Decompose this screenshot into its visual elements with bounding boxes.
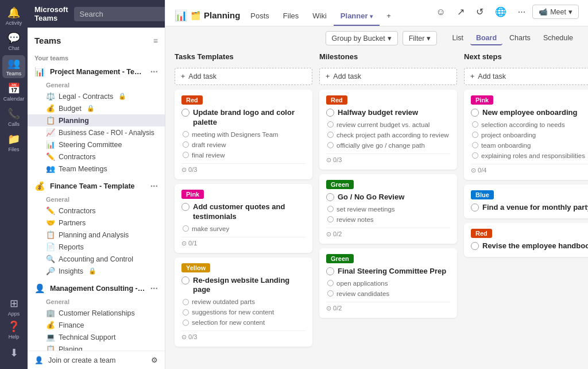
card-checkbox-7[interactable] bbox=[471, 109, 479, 117]
rail-files[interactable]: 📁 Files bbox=[2, 131, 25, 154]
card-tag-red-2: Red bbox=[326, 95, 347, 105]
sidebar-channel-budget[interactable]: 💰 Budget 🔒 bbox=[28, 102, 165, 114]
rail-chat[interactable]: 💬 Chat bbox=[2, 30, 25, 53]
card-checkbox-2[interactable] bbox=[181, 203, 189, 211]
rail-download[interactable]: ⬇ bbox=[2, 341, 25, 364]
apps-label: Apps bbox=[8, 311, 20, 317]
add-task-label-2: Add task bbox=[333, 72, 361, 80]
card-checkbox-3[interactable] bbox=[181, 276, 189, 285]
sidebar-channel-legal[interactable]: ⚖️ Legal - Contracts 🔒 bbox=[28, 90, 165, 102]
refresh-btn[interactable]: ↺ bbox=[471, 4, 488, 20]
card-checkbox-1[interactable] bbox=[181, 109, 189, 117]
search-input[interactable] bbox=[74, 7, 166, 21]
sidebar-filter-icon[interactable]: ≡ bbox=[153, 36, 158, 45]
reports-icon: 📄 bbox=[46, 243, 55, 251]
sidebar-channel-insights[interactable]: 🔎 Insights 🔒 bbox=[28, 265, 165, 277]
subtask-circle-6b bbox=[327, 290, 334, 297]
rail-help[interactable]: ❓ Help bbox=[2, 318, 25, 341]
add-task-next-steps[interactable]: + Add task bbox=[464, 68, 588, 85]
budget-label: Budget bbox=[59, 105, 82, 113]
sidebar-channel-general-finance: General bbox=[28, 194, 165, 205]
card-tag-red-3: Red bbox=[471, 229, 492, 238]
card-progress-6: ⊙ 0/2 bbox=[326, 302, 450, 312]
help-icon: ❓ bbox=[7, 320, 20, 333]
join-create-team[interactable]: 👤 Join or create a team ⚙ bbox=[28, 351, 165, 369]
pm-team-more-icon[interactable]: ··· bbox=[150, 67, 158, 77]
meet-btn[interactable]: 📹 Meet ▾ bbox=[532, 5, 579, 19]
view-board[interactable]: Board bbox=[470, 32, 502, 45]
subtask-label-7d: explaining roles and responsibilities bbox=[481, 152, 585, 159]
subtask-label-3c: selection for new content bbox=[192, 319, 265, 326]
sidebar-channel-partners[interactable]: 🤝 Partners bbox=[28, 217, 165, 229]
group-by-btn[interactable]: Group by Bucket ▾ bbox=[326, 31, 398, 45]
subtask-label-2a: make survey bbox=[192, 225, 229, 232]
progress-icon-3: ⊙ bbox=[181, 333, 187, 340]
sidebar-channel-planning-analysis[interactable]: 📋 Planning and Analysis bbox=[28, 229, 165, 241]
subtask-project-onboard: project onboarding bbox=[471, 132, 588, 139]
rail-calls[interactable]: 📞 Calls bbox=[2, 106, 25, 129]
sidebar-channel-reports[interactable]: 📄 Reports bbox=[28, 241, 165, 253]
card-checkbox-4[interactable] bbox=[326, 109, 334, 117]
sidebar-channel-team-meetings[interactable]: 👥 Team Meetings bbox=[28, 163, 165, 175]
sidebar-channel-tech-support[interactable]: 💻 Technical Support bbox=[28, 331, 165, 343]
sidebar-channel-planning[interactable]: 📋 Planning bbox=[28, 114, 165, 126]
planning-label: Planning bbox=[59, 117, 89, 125]
sidebar-channel-accounting[interactable]: 🔍 Accounting and Control bbox=[28, 253, 165, 265]
view-schedule[interactable]: Schedule bbox=[537, 32, 579, 45]
filter-chevron: ▾ bbox=[427, 34, 431, 43]
sidebar-channel-biz[interactable]: 📈 Business Case - ROI - Analysis bbox=[28, 126, 165, 139]
emoji-btn[interactable]: ☺ bbox=[432, 5, 450, 20]
tab-wiki[interactable]: Wiki bbox=[305, 7, 334, 26]
sidebar-channel-steering[interactable]: 📊 Steering Committee bbox=[28, 139, 165, 151]
card-checkbox-5[interactable] bbox=[326, 193, 334, 201]
join-label: Join or create a team bbox=[48, 356, 115, 364]
filter-btn[interactable]: Filter ▾ bbox=[403, 31, 438, 45]
add-task-milestones[interactable]: + Add task bbox=[319, 68, 457, 85]
view-list[interactable]: List bbox=[446, 32, 469, 45]
rail-apps[interactable]: ⊞ Apps bbox=[2, 295, 25, 318]
expand-btn[interactable]: ↗ bbox=[452, 4, 469, 20]
sidebar-team-pm[interactable]: 📊 Project Management - Template ··· bbox=[28, 64, 165, 80]
contractors-pm-icon: ✏️ bbox=[46, 152, 55, 161]
tab-planner[interactable]: Planner ▾ bbox=[334, 7, 380, 26]
card-title-row-9: Revise the employee handbook bbox=[471, 241, 588, 251]
subtask-label-6b: review candidates bbox=[336, 290, 389, 297]
card-progress-7: ⊙ 0/4 bbox=[471, 164, 588, 174]
activity-label: Activity bbox=[6, 20, 22, 26]
biz-label: Business Case - ROI - Analysis bbox=[59, 129, 154, 137]
settings-icon[interactable]: ⚙ bbox=[151, 356, 158, 364]
tab-add[interactable]: + bbox=[380, 7, 398, 26]
subtask-review-candidates: review candidates bbox=[326, 290, 450, 297]
subtask-roles: explaining roles and responsibilities bbox=[471, 152, 588, 159]
partners-icon: 🤝 bbox=[46, 218, 55, 227]
view-charts[interactable]: Charts bbox=[504, 32, 536, 45]
rail-activity[interactable]: 🔔 Activity bbox=[2, 5, 25, 28]
sidebar-channel-contractors-pm[interactable]: ✏️ Contractors bbox=[28, 151, 165, 163]
subtask-survey: make survey bbox=[181, 225, 305, 232]
finance-team-more-icon[interactable]: ··· bbox=[150, 181, 158, 191]
column-next-steps-title: Next steps bbox=[464, 50, 588, 63]
sidebar-team-consulting[interactable]: 👤 Management Consulting - Tem... ··· bbox=[28, 280, 165, 297]
sidebar-channel-general-pm: General bbox=[28, 80, 165, 90]
card-checkbox-6[interactable] bbox=[326, 267, 334, 275]
card-title-row-4: Halfway budget review bbox=[326, 108, 450, 118]
consulting-team-more-icon[interactable]: ··· bbox=[150, 283, 158, 294]
sidebar-channel-contractors-finance[interactable]: ✏️ Contractors bbox=[28, 205, 165, 217]
card-title-row-7: New employee onboarding bbox=[471, 108, 588, 118]
sidebar-channel-planing-consulting[interactable]: 📋 Planing bbox=[28, 343, 165, 351]
card-tag-blue-1: Blue bbox=[471, 190, 494, 199]
more-btn[interactable]: ··· bbox=[513, 5, 530, 20]
card-checkbox-8[interactable] bbox=[471, 203, 479, 212]
tab-files[interactable]: Files bbox=[276, 7, 305, 26]
sidebar-team-finance[interactable]: 💰 Finance Team - Template ··· bbox=[28, 178, 165, 194]
globe-btn[interactable]: 🌐 bbox=[490, 4, 511, 20]
add-task-tasks-templates[interactable]: + Add task bbox=[175, 68, 312, 85]
subtask-label-7b: project onboarding bbox=[481, 132, 536, 139]
rail-teams[interactable]: 👥 Teams bbox=[2, 55, 25, 78]
card-checkbox-9[interactable] bbox=[471, 242, 479, 250]
sidebar-channel-customer-rel[interactable]: 🏢 Customer Relationships bbox=[28, 307, 165, 319]
rail-calendar[interactable]: 📅 Calendar bbox=[2, 80, 25, 103]
add-task-label-1: Add task bbox=[188, 72, 216, 80]
sidebar-channel-finance-consulting[interactable]: 💰 Finance bbox=[28, 319, 165, 331]
tab-posts[interactable]: Posts bbox=[243, 7, 276, 26]
